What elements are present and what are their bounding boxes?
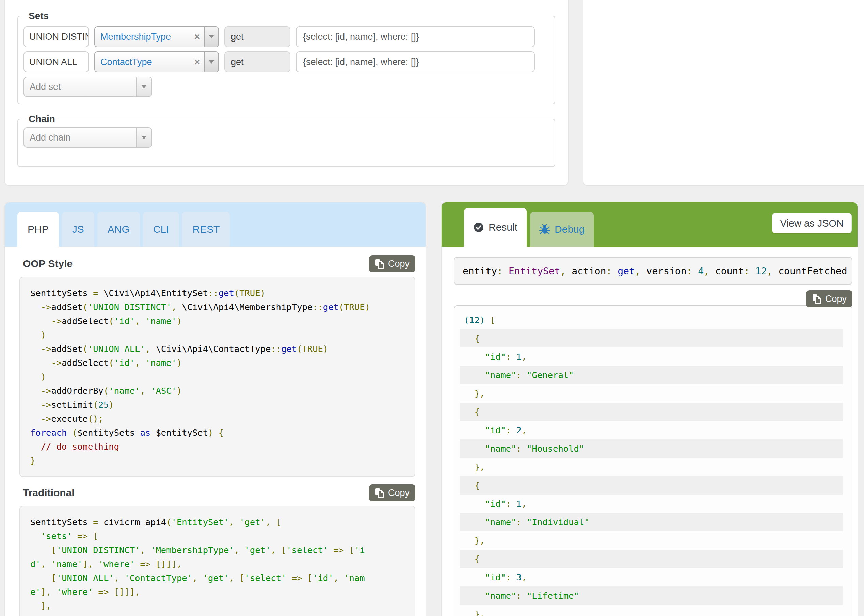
remove-entity-icon[interactable]: ×	[190, 31, 204, 42]
bug-icon	[539, 224, 550, 235]
code-panel: PHPJSANGCLIREST OOP StyleCopy$entitySets…	[5, 202, 426, 616]
set-entity-select[interactable]: MembershipType×	[94, 26, 219, 47]
copy-code-button[interactable]: Copy	[369, 255, 415, 272]
tab-php[interactable]: PHP	[17, 212, 59, 247]
set-params-input[interactable]: {select: [id, name], where: []}	[296, 51, 535, 72]
code-line: $entitySets = \Civi\Api4\EntitySet::get(…	[30, 286, 404, 300]
chain-legend: Chain	[25, 114, 58, 124]
set-entity-select[interactable]: ContactType×	[94, 51, 219, 72]
code-line: ->addSet('UNION ALL', \Civi\Api4\Contact…	[30, 342, 404, 356]
json-line: },	[460, 605, 843, 616]
json-line: },	[460, 531, 843, 550]
json-line: "name": "Lifetime"	[460, 586, 843, 605]
code-line: ->setLimit(25)	[30, 398, 404, 412]
set-type-input[interactable]: UNION DISTINCT	[24, 26, 89, 47]
json-line: {	[460, 550, 843, 568]
code-tab-bar: PHPJSANGCLIREST	[5, 203, 425, 247]
code-line: ],	[30, 599, 404, 613]
chevron-down-icon	[141, 85, 147, 88]
chevron-down-icon	[209, 60, 214, 64]
dropdown-arrow-segment[interactable]	[204, 27, 218, 47]
code-line: foreach ($entitySets as $entitySet) {	[30, 426, 404, 440]
json-line: "name": "Household"	[460, 439, 843, 458]
code-line: e'], 'where' => []]],	[30, 585, 404, 599]
json-line: "id": 1,	[460, 495, 843, 513]
sets-fieldset: Sets UNION DISTINCTMembershipType×get{se…	[17, 11, 555, 104]
remove-entity-icon[interactable]: ×	[190, 57, 204, 67]
set-row: UNION ALLContactType×get{select: [id, na…	[24, 51, 550, 72]
set-params-input[interactable]: {select: [id, name], where: []}	[296, 26, 535, 47]
set-type-input[interactable]: UNION ALL	[24, 51, 89, 72]
api4-explorer-page: { "colors": { "green_header": "#73a838",…	[0, 0, 864, 616]
json-line: "id": 3,	[460, 568, 843, 586]
copy-label: Copy	[388, 488, 409, 498]
code-section-head: TraditionalCopy	[23, 484, 415, 502]
dropdown-arrow-segment[interactable]	[136, 77, 151, 96]
copy-icon	[812, 294, 822, 304]
tab-debug[interactable]: Debug	[530, 212, 594, 247]
result-copy-row: Copy	[454, 290, 852, 307]
code-line: ->addSelect('id', 'name')	[30, 356, 404, 370]
chain-fieldset: Chain Add chain	[17, 114, 555, 167]
code-block-oop: $entitySets = \Civi\Api4\EntitySet::get(…	[19, 277, 415, 477]
copy-result-button[interactable]: Copy	[806, 290, 852, 307]
summary-line: entity: EntitySet, action: get, version:…	[463, 266, 847, 277]
code-line: ->addSet('UNION DISTINCT', \Civi\Api4\Me…	[30, 300, 404, 314]
tab-js[interactable]: JS	[62, 212, 94, 247]
json-line: "name": "General"	[460, 366, 843, 384]
tab-label: Debug	[554, 223, 584, 235]
tab-ang[interactable]: ANG	[98, 212, 140, 247]
json-line: {	[460, 476, 843, 495]
set-action-input: get	[224, 26, 290, 47]
code-line: ->addSelect('id', 'name')	[30, 314, 404, 328]
check-circle-icon	[473, 222, 484, 233]
code-body: OOP StyleCopy$entitySets = \Civi\Api4\En…	[5, 247, 425, 616]
code-line: )	[30, 328, 404, 342]
code-line: d', 'name'], 'where' => []]],	[30, 557, 404, 571]
code-line: ['UNION ALL', 'ContactType', 'get', ['se…	[30, 571, 404, 585]
code-line: 'sets' => [	[30, 529, 404, 543]
add-set-select[interactable]: Add set	[24, 77, 152, 97]
copy-label: Copy	[388, 259, 409, 269]
json-line: {	[460, 329, 843, 347]
set-rows: UNION DISTINCTMembershipType×get{select:…	[23, 26, 550, 72]
code-line: 'orderBy' => [	[30, 613, 404, 616]
chevron-down-icon	[141, 136, 147, 139]
sets-legend: Sets	[25, 11, 52, 22]
chevron-down-icon	[209, 35, 214, 38]
code-block-traditional: $entitySets = civicrm_api4('EntitySet', …	[19, 506, 415, 616]
set-row: UNION DISTINCTMembershipType×get{select:…	[24, 26, 550, 47]
code-line: )	[30, 370, 404, 384]
code-line: // do something	[30, 440, 404, 454]
dropdown-arrow-segment[interactable]	[204, 52, 218, 72]
copy-label: Copy	[825, 294, 847, 304]
code-section-head: OOP StyleCopy	[23, 255, 415, 273]
dropdown-arrow-segment[interactable]	[136, 128, 151, 147]
result-body: entity: EntitySet, action: get, version:…	[442, 247, 858, 616]
view-as-json-button[interactable]: View as JSON	[772, 213, 852, 234]
code-line: $entitySets = civicrm_api4('EntitySet', …	[30, 515, 404, 529]
json-line: },	[460, 384, 843, 402]
set-action-input: get	[224, 51, 290, 72]
code-line: ->execute();	[30, 412, 404, 426]
tab-rest[interactable]: REST	[182, 212, 230, 247]
result-summary: entity: EntitySet, action: get, version:…	[454, 257, 852, 285]
add-chain-select[interactable]: Add chain	[24, 127, 152, 148]
copy-code-button[interactable]: Copy	[369, 484, 415, 501]
tab-cli[interactable]: CLI	[143, 212, 179, 247]
json-line: "name": "Individual"	[460, 513, 843, 531]
add-set-placeholder: Add set	[24, 82, 136, 92]
code-line: }	[30, 454, 404, 468]
set-entity-value: MembershipType	[95, 31, 190, 42]
copy-icon	[375, 259, 384, 269]
set-entity-value: ContactType	[95, 57, 190, 68]
json-line: "id": 1,	[460, 347, 843, 366]
tab-label: Result	[488, 222, 518, 233]
tab-result[interactable]: Result	[464, 208, 527, 247]
result-tab-bar: ResultDebugView as JSON	[442, 203, 858, 247]
result-panel: ResultDebugView as JSON entity: EntitySe…	[441, 202, 858, 616]
code-section-title: Traditional	[23, 487, 74, 498]
add-chain-placeholder: Add chain	[24, 132, 136, 143]
aux-panel	[583, 0, 864, 186]
json-line: "id": 2,	[460, 421, 843, 439]
